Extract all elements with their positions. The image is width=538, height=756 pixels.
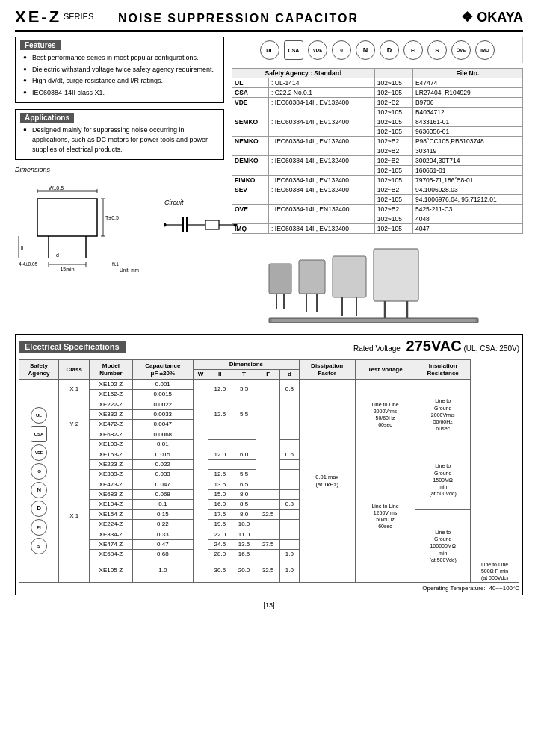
t-cell: [232, 440, 256, 450]
fi-badge: FI: [404, 40, 423, 60]
t-cell: 6.5: [232, 480, 256, 489]
imq-badge: IMQ: [475, 40, 495, 60]
svg-text:Unit: mm: Unit: mm: [120, 267, 139, 273]
features-section: Features Best performance series in most…: [15, 37, 224, 103]
d-cell: [280, 480, 299, 489]
cap-cell: 0.0068: [132, 430, 194, 439]
rated-voltage-value: 275VAC: [406, 338, 462, 354]
table-row: UL : UL-1414 102~105 E47474: [232, 78, 523, 88]
agency-cell: UL: [232, 78, 269, 88]
svg-text:d: d: [56, 252, 59, 258]
circuit-svg: [164, 206, 239, 244]
range-cell: 102~B2: [374, 156, 412, 166]
std-cell: : IEC60384-14II, EV132400: [269, 224, 375, 234]
table-row: XE154-Z 0.15 17.5 8.0 22.5 Line toGround…: [19, 509, 519, 519]
class-x1-cell: X 1: [59, 379, 90, 400]
dissipation-cell: 0.01 max(at 1kHz): [299, 379, 355, 582]
f-cell: [256, 530, 280, 539]
w-cell-x1: [194, 450, 208, 583]
agency-cell: FIMKO: [232, 176, 269, 185]
d-cell: 0.8: [280, 379, 299, 400]
svg-rect-0: [37, 199, 97, 236]
series-suffix: SERIES: [64, 12, 93, 21]
svg-point-27: [164, 223, 167, 227]
test-voltage-cell-1: Line to Line2000Vrms50/60Hz60sec: [355, 379, 415, 450]
operating-temp: Operating Temperature: -40~+100°C: [19, 585, 519, 592]
agency-cell: IMQ: [232, 224, 269, 234]
circuit-section: Circuit: [164, 199, 239, 245]
csa-badge: CSA: [284, 40, 303, 60]
svg-text:T±0.5: T±0.5: [105, 215, 119, 220]
std-cell: : IEC60384-14II, EV132400: [269, 156, 375, 176]
svg-text:4.4±0.05: 4.4±0.05: [19, 261, 38, 267]
d-cell: 0.6: [280, 450, 299, 459]
t-cell: 20.0: [232, 560, 256, 582]
svg-text:f±1: f±1: [112, 261, 119, 267]
table-row: CSA : C22.2 No.0.1 102~105 LR27404, R104…: [232, 88, 523, 98]
cap-cell: 0.0022: [132, 400, 194, 409]
std-cell: : IEC60384-14II, EV132400: [269, 185, 375, 205]
f-cell: [256, 550, 280, 560]
model-cell: XE683-Z: [90, 490, 132, 500]
product-images: [232, 241, 523, 323]
d-cell: [280, 530, 299, 539]
ul-badge: UL: [260, 40, 279, 60]
range-cell: 102~105: [374, 224, 412, 234]
col-w: W: [194, 370, 208, 379]
svg-text:ll: ll: [21, 245, 24, 250]
model-cell: XE684-Z: [90, 550, 132, 560]
ll-cell: 16.0: [208, 500, 232, 509]
header-left: XE-Z SERIES NOISE SUPPRESSION CAPACITOR: [15, 7, 359, 27]
svg-text:W±0.5: W±0.5: [49, 185, 64, 190]
model-cell: XE152-Z: [90, 390, 132, 400]
f-cell: 32.5: [256, 560, 280, 582]
table-row: NEMKO : IEC60384-14II, EV132400 102~B2 P…: [232, 137, 523, 146]
ll-cell: [208, 430, 232, 439]
ll-cell: 15.0: [208, 490, 232, 500]
std-cell: : IEC60384-14II, EV132400: [269, 137, 375, 156]
ll-cell: 12.0: [208, 450, 232, 459]
std-cell: : C22.2 No.0.1: [269, 88, 375, 98]
file-cell: 4047: [412, 224, 522, 234]
svg-rect-25: [205, 220, 219, 229]
page-header: XE-Z SERIES NOISE SUPPRESSION CAPACITOR …: [15, 7, 523, 32]
features-title: Features: [20, 40, 61, 50]
file-cell: 94.1006928.03: [412, 185, 522, 195]
features-list: Best performance series in most popular …: [20, 53, 219, 97]
circuit-label: Circuit: [164, 199, 239, 206]
agency-cell: NEMKO: [232, 137, 269, 156]
vde-badge: VDE: [308, 40, 327, 60]
f-cell: 22.5: [256, 509, 280, 519]
top-content: Features Best performance series in most…: [15, 37, 523, 328]
agency-cell: DEMKO: [232, 156, 269, 176]
test-voltage-cell-2: Line to Line1250Vrms50/60 lz60sec: [355, 450, 415, 583]
file-cell: 9636056-01: [412, 127, 522, 137]
s-icon: S: [31, 538, 47, 554]
t-cell: 5.5: [232, 379, 256, 400]
svg-rect-32: [299, 260, 325, 294]
agency-cell: CSA: [232, 88, 269, 98]
elec-header: Electrical Specifications Rated Voltage …: [19, 338, 519, 355]
application-item: Designed mainly for suppressing noise oc…: [23, 126, 219, 154]
feature-item: High dv/dt, surge resistance and I/R rat…: [23, 76, 219, 86]
d-cell: [280, 540, 299, 550]
svg-text:15min: 15min: [60, 267, 74, 272]
model-cell: XE473-Z: [90, 480, 132, 489]
cap-cell: 0.015: [132, 450, 194, 459]
d-cell: [280, 520, 299, 530]
svg-rect-29: [269, 264, 291, 294]
ll-cell: 12.5: [208, 470, 232, 480]
col-t: T: [232, 370, 256, 379]
col-safety-agency: SafetyAgency: [19, 360, 59, 380]
col-dimensions: Dimensions: [194, 360, 299, 370]
cap-cell: 0.22: [132, 520, 194, 530]
file-cell: 160661-01: [412, 166, 522, 176]
model-cell: XE334-Z: [90, 530, 132, 539]
w-cell: [194, 379, 208, 450]
t-cell: 16.5: [232, 550, 256, 560]
cap-cell: 0.68: [132, 550, 194, 560]
std-cell: : UL-1414: [269, 78, 375, 88]
file-cell: 303419: [412, 146, 522, 156]
d-cell: [280, 470, 299, 480]
table-row: UL CSA VDE ⊙ N D FI S X 1 XE102-Z 0.001: [19, 379, 519, 389]
